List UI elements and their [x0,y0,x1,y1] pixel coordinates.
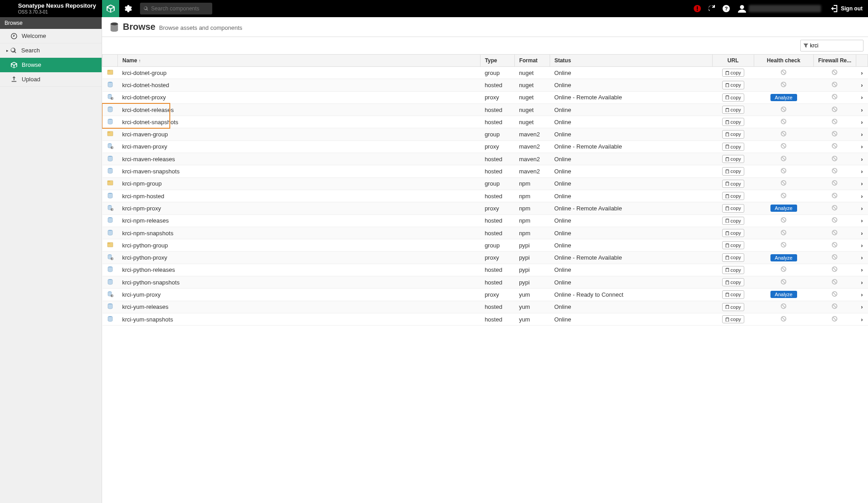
repo-row[interactable]: krci-yum-snapshots hosted yum Online cop… [103,313,868,325]
expand-chevron[interactable]: › [856,116,868,128]
analyze-button[interactable]: Analyze [770,291,797,298]
logo-area[interactable]: Sonatype Nexus Repository OSS 3.70.3-01 [0,3,102,14]
copy-url-button[interactable]: copy [722,204,744,212]
copy-url-button[interactable]: copy [722,315,744,323]
expand-chevron[interactable]: › [856,313,868,325]
refresh-button[interactable] [705,0,719,17]
expand-chevron[interactable]: › [856,177,868,190]
expand-chevron[interactable]: › [856,202,868,214]
expand-chevron[interactable]: › [856,264,868,276]
copy-url-button[interactable]: copy [722,278,744,286]
expand-chevron[interactable]: › [856,103,868,116]
copy-url-button[interactable]: copy [722,130,744,138]
repo-row[interactable]: krci-yum-proxy proxy yum Online - Ready … [103,289,868,301]
expand-chevron[interactable]: › [856,276,868,289]
copy-url-button[interactable]: copy [722,241,744,249]
repo-row[interactable]: krci-python-snapshots hosted pypi Online… [103,276,868,289]
repo-row[interactable]: krci-npm-group group npm Online copy › [103,177,868,190]
expand-chevron[interactable]: › [856,67,868,79]
sidebar-item-welcome[interactable]: Welcome [0,29,102,43]
repo-row[interactable]: krci-dotnet-releases hosted nuget Online… [103,103,868,116]
expand-chevron[interactable]: › [856,91,868,103]
copy-url-button[interactable]: copy [722,229,744,237]
repo-row[interactable]: krci-python-releases hosted pypi Online … [103,264,868,276]
analyze-button[interactable]: Analyze [770,254,797,261]
col-health[interactable]: Health check [754,55,813,67]
repo-row[interactable]: krci-python-proxy proxy pypi Online - Re… [103,252,868,264]
repo-name: krci-maven-releases [118,153,481,165]
analyze-button[interactable]: Analyze [770,94,797,101]
repo-row[interactable]: krci-npm-snapshots hosted npm Online cop… [103,227,868,239]
repo-row[interactable]: krci-npm-releases hosted npm Online copy… [103,214,868,227]
search-input[interactable] [151,5,209,12]
browse-mode-button[interactable] [102,0,119,17]
col-icon[interactable] [103,55,118,67]
sidebar-item-label: Browse [22,61,41,68]
copy-url-button[interactable]: copy [722,217,744,225]
col-status[interactable]: Status [550,55,712,67]
filter-input[interactable] [810,42,860,49]
col-firewall[interactable]: Firewall Re... [813,55,856,67]
copy-url-button[interactable]: copy [722,155,744,163]
copy-url-button[interactable]: copy [722,167,744,175]
copy-url-button[interactable]: copy [722,118,744,126]
repo-row[interactable]: krci-python-group group pypi Online copy… [103,239,868,252]
analyze-button[interactable]: Analyze [770,205,797,212]
repo-format: maven2 [514,165,550,177]
repo-row[interactable]: krci-dotnet-hosted hosted nuget Online c… [103,79,868,91]
repo-row[interactable]: krci-yum-releases hosted yum Online copy… [103,301,868,313]
signout-button[interactable]: Sign out [826,5,868,12]
filter-box[interactable] [800,40,863,51]
copy-url-button[interactable]: copy [722,180,744,188]
help-button[interactable] [719,0,733,17]
expand-chevron[interactable]: › [856,190,868,202]
copy-url-button[interactable]: copy [722,69,744,77]
expand-chevron[interactable]: › [856,165,868,177]
copy-url-button[interactable]: copy [722,303,744,311]
col-format[interactable]: Format [514,55,550,67]
copy-url-button[interactable]: copy [722,106,744,114]
sidebar-item-browse[interactable]: Browse [0,58,102,72]
expand-chevron[interactable]: › [856,140,868,153]
prohibit-icon [780,118,787,125]
repo-row[interactable]: krci-npm-hosted hosted npm Online copy › [103,190,868,202]
copy-url-button[interactable]: copy [722,266,744,274]
repo-group-icon [107,69,113,75]
search-components[interactable] [140,3,212,14]
col-type[interactable]: Type [480,55,514,67]
clipboard-icon [725,231,729,235]
expand-chevron[interactable]: › [856,301,868,313]
expand-chevron[interactable]: › [856,153,868,165]
repo-row[interactable]: krci-dotnet-proxy proxy nuget Online - R… [103,91,868,103]
expand-chevron[interactable]: › [856,79,868,91]
user-menu[interactable] [733,5,826,13]
expand-chevron[interactable]: › [856,128,868,140]
copy-url-button[interactable]: copy [722,192,744,200]
repo-row[interactable]: krci-maven-proxy proxy maven2 Online - R… [103,140,868,153]
sidebar-item-upload[interactable]: Upload [0,72,102,87]
expand-chevron[interactable]: › [856,227,868,239]
admin-mode-button[interactable] [119,0,136,17]
alert-button[interactable] [690,0,705,17]
expand-chevron[interactable]: › [856,289,868,301]
copy-url-button[interactable]: copy [722,81,744,89]
repo-row[interactable]: krci-maven-releases hosted maven2 Online… [103,153,868,165]
col-url[interactable]: URL [712,55,754,67]
repo-row[interactable]: krci-npm-proxy proxy npm Online - Remote… [103,202,868,214]
repo-row[interactable]: krci-dotnet-group group nuget Online cop… [103,67,868,79]
repo-row[interactable]: krci-maven-snapshots hosted maven2 Onlin… [103,165,868,177]
copy-url-button[interactable]: copy [722,143,744,151]
expand-chevron[interactable]: › [856,239,868,252]
copy-url-button[interactable]: copy [722,253,744,261]
sidebar-item-search[interactable]: Search [0,43,102,58]
col-name[interactable]: Name↑ [118,55,481,67]
copy-url-button[interactable]: copy [722,290,744,298]
expand-chevron[interactable]: › [856,252,868,264]
copy-url-button[interactable]: copy [722,93,744,102]
repo-row[interactable]: krci-dotnet-snapshots hosted nuget Onlin… [103,116,868,128]
repo-type: hosted [480,227,514,239]
expand-chevron[interactable]: › [856,214,868,227]
repo-name: krci-maven-snapshots [118,165,481,177]
repo-row[interactable]: krci-maven-group group maven2 Online cop… [103,128,868,140]
clipboard-icon [725,256,729,260]
